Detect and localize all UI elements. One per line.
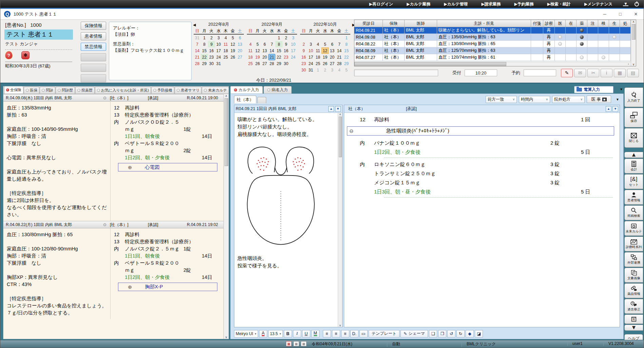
calendar-day[interactable]: 12: [321, 47, 329, 54]
menu-item[interactable]: ▶検索・統計: [541, 1, 578, 7]
calendar-day[interactable]: 10: [290, 41, 297, 47]
iji-button[interactable]: 医 事▣: [587, 96, 611, 103]
history-scroll-down-icon[interactable]: ∨: [225, 335, 228, 339]
calendar-day[interactable]: 26: [321, 60, 329, 67]
calendar-day[interactable]: 3: [290, 35, 297, 41]
maximize-button[interactable]: □: [612, 9, 628, 19]
calendar-prev-icon[interactable]: ◀: [193, 23, 196, 27]
calendar-day[interactable]: 15: [201, 47, 208, 54]
font-color-button[interactable]: A: [259, 330, 267, 337]
calendar-day[interactable]: 5: [321, 41, 329, 47]
calendar-day[interactable]: 22: [343, 54, 350, 60]
calendar-day[interactable]: 10: [215, 41, 222, 47]
calendar-day[interactable]: 9: [282, 41, 290, 47]
calendar-day[interactable]: 5: [343, 67, 350, 73]
calendar-day[interactable]: 28: [268, 60, 275, 67]
calendar-day[interactable]: 4: [247, 41, 254, 47]
calendar-day[interactable]: 11: [247, 47, 254, 54]
calendar-day[interactable]: 21: [194, 54, 201, 60]
calendar-day[interactable]: 3: [215, 35, 222, 41]
calendar-day[interactable]: 30: [300, 67, 307, 73]
calendar-day[interactable]: 3: [307, 41, 314, 47]
calendar-day[interactable]: 7: [268, 41, 275, 47]
calendar-day[interactable]: 14: [336, 47, 343, 54]
time-select[interactable]: 時間内∨: [519, 96, 550, 103]
reception-cut-button[interactable]: ✂: [587, 69, 599, 77]
match-select[interactable]: 前方一致∨: [486, 96, 517, 103]
sidebar-セット-button[interactable]: [&]セット: [624, 174, 643, 189]
font-size-select[interactable]: 13.5▾: [268, 330, 283, 337]
visit-col-header[interactable]: 生: [609, 20, 620, 27]
bold-button[interactable]: B: [284, 330, 292, 337]
sidebar-up-button[interactable]: ▲: [624, 152, 643, 158]
calendar-day[interactable]: 19: [254, 54, 261, 60]
visit-col-header[interactable]: 検: [598, 20, 609, 27]
highlight-button[interactable]: M: [311, 330, 319, 337]
karte-tab[interactable]: 病名入力: [264, 86, 292, 94]
visit-col-header[interactable]: 医: [555, 20, 566, 27]
calendar-day[interactable]: 13: [236, 41, 243, 47]
calendar-day[interactable]: 23: [282, 54, 290, 60]
align-left-button[interactable]: ≡: [323, 330, 331, 337]
history-tab[interactable]: 未来カルテ: [202, 87, 229, 94]
calendar-day[interactable]: 1: [343, 35, 350, 41]
calendar-day[interactable]: 23: [300, 60, 307, 67]
menu-item[interactable]: ▶予約業務: [508, 1, 541, 7]
visit-col-header[interactable]: 診察: [543, 20, 555, 27]
calendar-day[interactable]: 4: [336, 67, 343, 73]
calendar-day[interactable]: 31: [307, 67, 314, 73]
close-button[interactable]: ✕: [628, 9, 644, 19]
calendar-day[interactable]: 23: [208, 54, 215, 60]
visit-col-header[interactable]: 保険: [383, 20, 405, 27]
schema-button[interactable]: ✎シェーマ: [401, 330, 428, 337]
reception-field[interactable]: [354, 69, 438, 76]
record-header[interactable]: R.04.09.08(木) 1回目 内科 BML 太郎⊙[社（本）][承認]R.…: [3, 94, 223, 102]
calendar-day[interactable]: 26: [254, 60, 261, 67]
sidebar-receipt-button[interactable]: R: [624, 314, 643, 324]
visit-row[interactable]: R04.09.21社（本）BML 太郎咳嗽がとまらない。解熱している。頚部リン再: [354, 27, 631, 34]
editor-content[interactable]: 咳嗽がとまらない。解熱している。頚部リンパ節腫大なし。扁桃腺腫大なし。咽頭発赤軽…: [234, 113, 338, 327]
calendar-day[interactable]: 7: [336, 41, 343, 47]
calendar-day[interactable]: 12: [254, 47, 261, 54]
calendar-day[interactable]: 14: [268, 47, 275, 54]
calendar-day[interactable]: 8: [201, 41, 208, 47]
calendar-day[interactable]: 30: [208, 60, 215, 67]
sidebar-入力終了-button[interactable]: 入力終了: [624, 87, 643, 107]
reception-info-button[interactable]: i: [601, 69, 612, 77]
editor-scroll-up-icon[interactable]: ∧: [339, 113, 341, 116]
editor-scroll-down-icon[interactable]: ∨: [339, 324, 341, 327]
redo-button[interactable]: ↻: [456, 330, 465, 337]
calendar-day[interactable]: 29: [201, 60, 208, 67]
do-button[interactable]: D.: [350, 330, 358, 337]
menu-item[interactable]: ▶カルテ業務: [400, 1, 437, 7]
calendar-day[interactable]: 25: [247, 60, 254, 67]
calendar-day[interactable]: 11: [222, 41, 229, 47]
calendar-day[interactable]: 31: [194, 35, 201, 41]
visit-col-header[interactable]: 付箋: [531, 20, 543, 27]
calendar-day[interactable]: 11: [314, 47, 321, 54]
menu-item[interactable]: ▶カルテ管理: [437, 1, 474, 7]
visit-col-header[interactable]: 在: [566, 20, 577, 27]
calendar-day[interactable]: 17: [307, 54, 314, 60]
history-tab[interactable]: 患者サマリ: [175, 87, 202, 94]
sidebar-会計-button[interactable]: 会計: [624, 159, 643, 173]
sidebar-未来カルテ-button[interactable]: 未来カルテ: [624, 221, 643, 236]
calendar-day[interactable]: 2: [282, 35, 290, 41]
reception-send-button[interactable]: ✉: [574, 69, 586, 77]
patient-button-1[interactable]: 保険情報: [81, 22, 106, 30]
vscroll-down-icon[interactable]: ∨: [632, 63, 635, 66]
calendar-day[interactable]: 31: [215, 60, 222, 67]
sidebar-閉じる-button[interactable]: 閉じる: [624, 128, 643, 148]
reception-print-button[interactable]: ▤: [627, 69, 639, 77]
history-tab[interactable]: 問診: [40, 87, 55, 94]
history-tab[interactable]: 予防接種: [151, 87, 174, 94]
visit-col-header[interactable]: 薬: [577, 20, 587, 27]
history-tab[interactable]: 医保: [24, 87, 39, 94]
calendar-day[interactable]: 1: [275, 35, 282, 41]
order-link-box[interactable]: ⊕心電図: [118, 163, 217, 171]
sidebar-過去修正-button[interactable]: 過去修正: [624, 299, 643, 314]
calendar-day[interactable]: 12: [229, 41, 236, 47]
calendar-day[interactable]: 27: [236, 54, 243, 60]
calendar-day[interactable]: 15: [275, 47, 282, 54]
calendar-day[interactable]: 4: [314, 41, 321, 47]
